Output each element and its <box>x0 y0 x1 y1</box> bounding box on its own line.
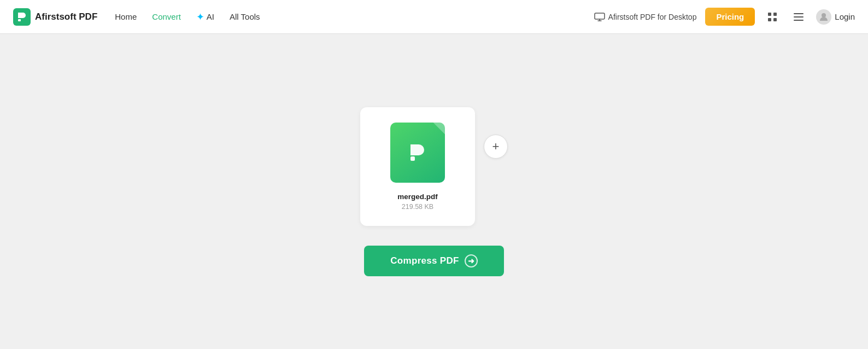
svg-rect-3 <box>768 13 771 16</box>
file-p-icon <box>403 138 432 167</box>
file-icon-wrapper <box>390 123 445 183</box>
hamburger-icon <box>793 13 804 21</box>
svg-rect-6 <box>773 18 777 21</box>
nav-convert[interactable]: Convert <box>152 12 181 21</box>
header: Afirstsoft PDF Home Convert ✦ AI All Too… <box>0 0 868 34</box>
monitor-icon <box>594 13 605 21</box>
file-area: merged.pdf 219.58 KB + <box>360 107 508 226</box>
ai-star-icon: ✦ <box>196 11 204 23</box>
login-area[interactable]: Login <box>816 9 855 25</box>
nav-ai[interactable]: ✦ AI <box>196 11 214 23</box>
header-right: Afirstsoft PDF for Desktop Pricing <box>594 8 855 26</box>
desktop-link[interactable]: Afirstsoft PDF for Desktop <box>594 13 697 21</box>
nav-ai-label: AI <box>207 12 214 21</box>
svg-rect-4 <box>773 13 777 16</box>
avatar <box>816 9 831 25</box>
logo-icon <box>13 8 31 26</box>
compress-pdf-button[interactable]: Compress PDF ➜ <box>364 246 503 276</box>
user-icon <box>819 12 829 22</box>
desktop-link-label: Afirstsoft PDF for Desktop <box>608 13 697 21</box>
compress-arrow-icon: ➜ <box>465 254 478 267</box>
main-content: merged.pdf 219.58 KB + Compress PDF ➜ <box>0 34 868 349</box>
menu-button[interactable] <box>790 8 807 26</box>
pricing-button[interactable]: Pricing <box>705 8 755 26</box>
nav-all-tools[interactable]: All Tools <box>230 12 260 21</box>
svg-rect-5 <box>768 18 771 21</box>
nav-home[interactable]: Home <box>115 12 137 21</box>
file-icon-bg <box>390 123 445 183</box>
svg-rect-2 <box>595 13 605 19</box>
svg-rect-1 <box>18 19 21 21</box>
compress-pdf-label: Compress PDF <box>390 255 459 266</box>
grid-icon <box>767 11 778 22</box>
login-label: Login <box>835 12 855 21</box>
nav: Home Convert ✦ AI All Tools <box>115 11 594 23</box>
logo-area[interactable]: Afirstsoft PDF <box>13 8 97 26</box>
file-card: merged.pdf 219.58 KB <box>360 107 475 226</box>
grid-icon-button[interactable] <box>764 8 781 26</box>
file-size: 219.58 KB <box>402 203 433 211</box>
file-corner <box>433 123 445 135</box>
svg-point-7 <box>822 13 826 18</box>
svg-rect-8 <box>410 156 415 161</box>
add-file-button[interactable]: + <box>484 135 508 159</box>
file-name: merged.pdf <box>397 193 438 201</box>
logo-text: Afirstsoft PDF <box>35 11 97 22</box>
